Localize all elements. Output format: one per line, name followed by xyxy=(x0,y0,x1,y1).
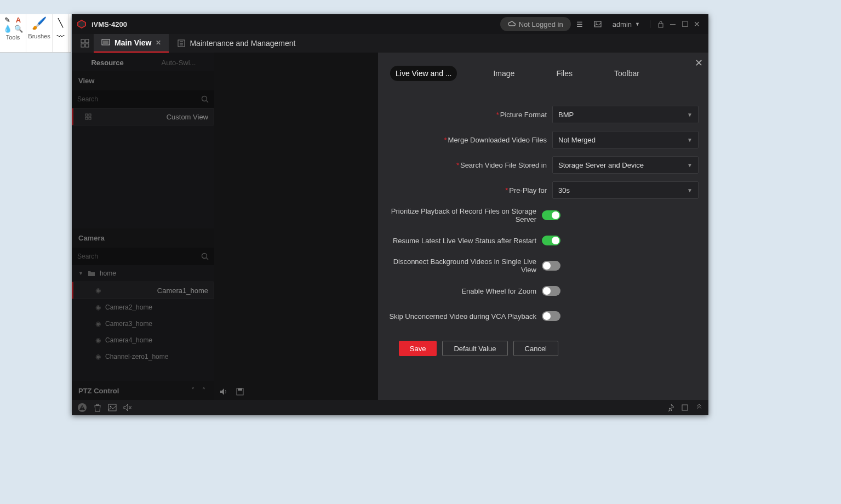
alert-icon[interactable] xyxy=(77,403,87,413)
save-media-icon[interactable] xyxy=(236,388,244,396)
title-bar: iVMS-4200 Not Logged in ☰ admin ▼ ─ ☐ ✕ xyxy=(72,14,708,34)
svg-point-25 xyxy=(110,406,112,408)
svg-rect-3 xyxy=(659,24,663,27)
search-video-select[interactable]: Storage Server and Device ▼ xyxy=(552,156,699,174)
brushes-group-label: Brushes xyxy=(28,33,50,39)
prioritize-toggle[interactable] xyxy=(542,210,560,220)
dialog-tabs: Live View and ... Image Files Toolbar xyxy=(388,60,699,87)
trash-icon[interactable] xyxy=(94,403,101,412)
monitor-icon xyxy=(101,39,110,47)
merge-value: Not Merged xyxy=(558,136,596,144)
tab-bar: Main View ✕ Maintenance and Management xyxy=(72,34,708,53)
merge-select[interactable]: Not Merged ▼ xyxy=(552,131,699,148)
skip-toggle[interactable] xyxy=(542,311,560,321)
tab-main-view-label: Main View xyxy=(115,38,151,47)
disconnect-toggle[interactable] xyxy=(542,261,560,271)
paint-ribbon-fragment: ✎ A 💧 🔍 Tools 🖌️ Brushes ╲ 〰 xyxy=(0,14,71,53)
collapse-up-icon[interactable] xyxy=(695,404,703,411)
lock-icon xyxy=(657,20,664,28)
close-icon: ✕ xyxy=(694,20,700,28)
svg-rect-26 xyxy=(682,405,688,410)
resume-toggle[interactable] xyxy=(542,236,560,245)
tab-close-icon[interactable]: ✕ xyxy=(156,39,161,47)
camera-search-input[interactable] xyxy=(77,253,201,260)
tree-folder-home[interactable]: ▼ home xyxy=(72,265,214,282)
tree-cam2[interactable]: ◉ Camera2_home xyxy=(72,299,214,316)
dialog-close-button[interactable]: ✕ xyxy=(695,57,703,69)
maximize-button[interactable]: ☐ xyxy=(679,18,691,30)
minimize-button[interactable]: ─ xyxy=(667,18,679,30)
camera-icon: ◉ xyxy=(95,353,101,360)
camera-search[interactable] xyxy=(72,248,214,265)
chevron-down-icon: ▼ xyxy=(687,112,693,118)
login-status[interactable]: Not Logged in xyxy=(500,17,571,31)
chevron-up-icon[interactable]: ˄ xyxy=(200,387,208,394)
dialog-tab-image[interactable]: Image xyxy=(488,66,520,81)
cancel-button[interactable]: Cancel xyxy=(513,341,558,356)
pin-icon[interactable] xyxy=(667,404,674,411)
save-button[interactable]: Save xyxy=(399,341,437,356)
skip-label: Skip Unconcerned Video during VCA Playba… xyxy=(389,312,536,320)
status-bar xyxy=(72,400,708,415)
brushes-icon[interactable]: 🖌️ xyxy=(31,15,48,32)
camera-icon: ◉ xyxy=(95,303,101,311)
tree-cam1[interactable]: ◉ Camera1_home xyxy=(72,282,214,299)
tool-text-icon[interactable]: A xyxy=(13,15,24,24)
mute-icon[interactable] xyxy=(123,404,132,411)
disconnect-label: Disconnect Background Videos in Single L… xyxy=(393,257,536,274)
tool-pencil-icon[interactable]: ✎ xyxy=(2,15,13,24)
ptz-control-header[interactable]: PTZ Control ˅ ˄ xyxy=(72,381,214,400)
tree-cam4[interactable]: ◉ Camera4_home xyxy=(72,332,214,348)
tree-cam5[interactable]: ◉ Channel-zero1_home xyxy=(72,348,214,365)
view-search[interactable] xyxy=(72,90,214,108)
tool-magnify-icon[interactable]: 🔍 xyxy=(13,24,24,33)
prioritize-label: Prioritize Playback of Record Files on S… xyxy=(391,207,536,224)
tool-picker-icon[interactable]: 💧 xyxy=(2,24,13,33)
lock-button[interactable] xyxy=(655,18,667,30)
tree-custom-view[interactable]: Custom View xyxy=(72,108,214,125)
tree-custom-view-label: Custom View xyxy=(167,113,208,121)
sidebar-tabs: Resource Auto-Swi... xyxy=(72,53,214,71)
svg-rect-22 xyxy=(82,406,82,408)
svg-rect-15 xyxy=(85,117,88,119)
login-status-text: Not Logged in xyxy=(519,20,563,28)
separator xyxy=(650,20,650,28)
tree-cam3[interactable]: ◉ Camera3_home xyxy=(72,316,214,332)
svg-rect-4 xyxy=(81,39,84,43)
dialog-tab-files[interactable]: Files xyxy=(551,66,578,81)
sidebar-tab-autoswitch[interactable]: Auto-Swi... xyxy=(143,54,214,71)
preplay-label: Pre-Play for xyxy=(509,186,547,194)
tab-main-view[interactable]: Main View ✕ xyxy=(94,34,169,53)
picture-format-label: Picture Format xyxy=(500,111,547,119)
wheel-toggle[interactable] xyxy=(542,286,560,296)
tree-cam4-label: Camera4_home xyxy=(105,336,152,344)
ivms-window: iVMS-4200 Not Logged in ☰ admin ▼ ─ ☐ ✕ xyxy=(72,14,708,415)
shape-curve-icon[interactable]: 〰 xyxy=(54,30,67,43)
camera-icon: ◉ xyxy=(95,336,101,344)
shape-line-icon[interactable]: ╲ xyxy=(54,16,67,30)
expand-icon[interactable] xyxy=(681,404,689,411)
preplay-select[interactable]: 30s ▼ xyxy=(552,181,699,199)
panel-view-header: View xyxy=(72,71,214,90)
user-menu[interactable]: admin ▼ xyxy=(607,18,645,31)
tab-maintenance[interactable]: Maintenance and Management xyxy=(170,34,303,53)
picture-icon[interactable] xyxy=(108,404,117,411)
chevron-down-icon[interactable]: ˅ xyxy=(189,387,197,394)
sidebar-tab-resource[interactable]: Resource xyxy=(72,54,143,71)
volume-icon[interactable] xyxy=(220,388,228,396)
dialog-tab-toolbar[interactable]: Toolbar xyxy=(609,66,645,81)
chevron-down-icon: ▼ xyxy=(687,162,693,168)
panel-camera-header: Camera xyxy=(72,228,214,248)
list-button[interactable]: ☰ xyxy=(571,18,588,31)
dialog-tab-live[interactable]: Live View and ... xyxy=(390,66,457,81)
apps-grid-button[interactable] xyxy=(77,36,93,51)
field-merge: *Merge Downloaded Video Files Not Merged… xyxy=(388,127,699,152)
svg-marker-0 xyxy=(78,20,85,28)
view-search-input[interactable] xyxy=(77,95,201,103)
image-tb-button[interactable] xyxy=(588,19,607,30)
picture-format-select[interactable]: BMP ▼ xyxy=(552,106,699,123)
default-value-button[interactable]: Default Value xyxy=(442,341,507,356)
close-icon: ✕ xyxy=(695,58,703,68)
close-window-button[interactable]: ✕ xyxy=(691,18,703,30)
folder-icon xyxy=(88,270,95,277)
